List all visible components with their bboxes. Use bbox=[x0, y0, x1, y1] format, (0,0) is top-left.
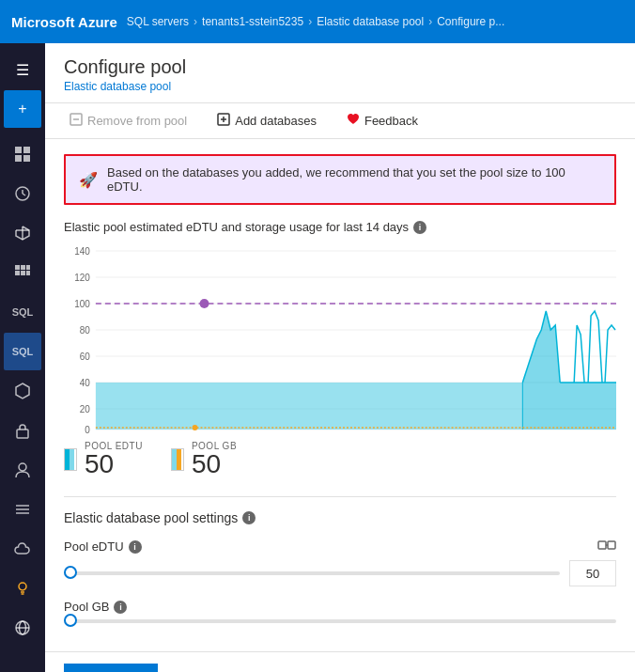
svg-marker-48 bbox=[96, 383, 522, 430]
chart-legend: POOL EDTU 50 POOL GB 50 bbox=[64, 441, 616, 477]
footer-bar: Select bbox=[45, 651, 635, 672]
remove-from-pool-button[interactable]: Remove from pool bbox=[64, 109, 193, 133]
pool-edtu-value[interactable]: 50 bbox=[569, 560, 616, 586]
svg-rect-56 bbox=[598, 541, 606, 549]
pool-edtu-label-text: Pool eDTU bbox=[64, 539, 124, 554]
svg-rect-12 bbox=[15, 271, 20, 275]
feedback-button[interactable]: Feedback bbox=[341, 109, 424, 133]
svg-rect-16 bbox=[17, 430, 28, 438]
toolbar: Remove from pool Add databases Feedback bbox=[45, 103, 635, 139]
pool-gb-slider-row bbox=[64, 619, 616, 623]
sidebar-sql2-icon[interactable]: SQL bbox=[4, 333, 41, 370]
sidebar-grid-icon[interactable] bbox=[4, 254, 41, 291]
add-databases-label: Add databases bbox=[235, 114, 317, 128]
svg-text:120: 120 bbox=[74, 273, 90, 283]
legend-gb-color bbox=[171, 448, 184, 471]
svg-rect-10 bbox=[21, 265, 25, 270]
content-area: 🚀 Based on the databases you added, we r… bbox=[45, 139, 635, 651]
chart-info-icon[interactable]: i bbox=[413, 221, 426, 234]
settings-title: Elastic database pool settings i bbox=[64, 510, 616, 525]
add-databases-button[interactable]: Add databases bbox=[211, 109, 322, 133]
sidebar-box-icon[interactable] bbox=[4, 214, 41, 252]
legend-pool-gb: POOL GB 50 bbox=[171, 441, 237, 477]
sidebar-dashboard-icon[interactable] bbox=[4, 135, 41, 173]
pool-gb-thumb[interactable] bbox=[64, 614, 77, 627]
sidebar-bulb-icon[interactable] bbox=[4, 570, 41, 607]
layout: ☰ + SQL SQL bbox=[0, 43, 635, 672]
breadcrumb-pool[interactable]: Elastic database pool bbox=[317, 15, 424, 28]
breadcrumb-sep-3: › bbox=[428, 15, 432, 28]
sidebar-globe-icon[interactable] bbox=[4, 609, 41, 647]
feedback-label: Feedback bbox=[364, 114, 418, 128]
sidebar-add-icon[interactable]: + bbox=[4, 90, 41, 128]
svg-text:60: 60 bbox=[80, 352, 91, 362]
svg-rect-14 bbox=[26, 271, 30, 275]
breadcrumb-sep-1: › bbox=[194, 15, 197, 28]
brand-name: Microsoft Azure bbox=[11, 14, 117, 30]
main-content: Configure pool Elastic database pool Rem… bbox=[45, 43, 635, 672]
svg-text:100: 100 bbox=[74, 299, 90, 309]
svg-rect-2 bbox=[15, 155, 22, 162]
pool-edtu-track[interactable] bbox=[64, 571, 560, 575]
svg-rect-3 bbox=[23, 155, 30, 162]
chart-container: 140 120 100 80 60 40 20 0 bbox=[64, 245, 616, 433]
select-button[interactable]: Select bbox=[64, 664, 158, 672]
sidebar-hexagon-icon[interactable] bbox=[4, 372, 41, 410]
sidebar-clock-icon[interactable] bbox=[4, 175, 41, 212]
edtu-info-icon[interactable]: i bbox=[129, 540, 142, 554]
remove-icon bbox=[70, 113, 83, 129]
pool-edtu-slider-row: 50 bbox=[64, 560, 616, 586]
svg-line-6 bbox=[23, 194, 25, 195]
chart-title: Elastic pool estimated eDTU and storage … bbox=[64, 220, 616, 234]
recommendation-text: Based on the databases you added, we rec… bbox=[107, 165, 601, 194]
chart-svg: 140 120 100 80 60 40 20 0 bbox=[64, 245, 616, 433]
svg-rect-9 bbox=[15, 265, 20, 270]
page-header: Configure pool Elastic database pool bbox=[45, 43, 635, 103]
link-icon[interactable] bbox=[597, 539, 616, 555]
sidebar-sql-icon[interactable]: SQL bbox=[4, 293, 41, 331]
svg-text:20: 20 bbox=[80, 404, 91, 414]
gb-info-icon[interactable]: i bbox=[114, 601, 127, 614]
legend-gb-info: POOL GB 50 bbox=[192, 441, 237, 477]
sidebar-list-icon[interactable] bbox=[4, 491, 41, 528]
breadcrumb-configure[interactable]: Configure p... bbox=[437, 15, 504, 28]
pool-gb-label: Pool GB i bbox=[64, 600, 616, 614]
svg-rect-1 bbox=[23, 147, 30, 153]
svg-point-53 bbox=[193, 425, 198, 430]
remove-label: Remove from pool bbox=[87, 114, 187, 128]
svg-marker-49 bbox=[522, 311, 616, 430]
sidebar-lock-icon[interactable] bbox=[4, 412, 41, 449]
svg-rect-0 bbox=[15, 147, 22, 153]
pool-edtu-group: Pool eDTU i 50 bbox=[64, 539, 616, 586]
pool-edtu-thumb[interactable] bbox=[64, 566, 77, 579]
legend-gb-value: 50 bbox=[192, 451, 237, 477]
legend-edtu-info: POOL EDTU 50 bbox=[85, 441, 143, 477]
settings-info-icon[interactable]: i bbox=[242, 511, 256, 524]
svg-text:80: 80 bbox=[80, 325, 91, 336]
add-icon bbox=[217, 113, 230, 129]
recommendation-banner: 🚀 Based on the databases you added, we r… bbox=[64, 154, 616, 205]
breadcrumb-sep-2: › bbox=[308, 15, 312, 28]
breadcrumb: SQL servers › tenants1-sstein5235 › Elas… bbox=[127, 15, 504, 28]
pool-edtu-label: Pool eDTU i bbox=[64, 539, 616, 555]
pool-gb-group: Pool GB i bbox=[64, 600, 616, 623]
svg-marker-15 bbox=[16, 383, 29, 399]
svg-text:0: 0 bbox=[85, 425, 90, 433]
sidebar-user-icon[interactable] bbox=[4, 451, 41, 489]
breadcrumb-sql-servers[interactable]: SQL servers bbox=[127, 15, 189, 28]
sidebar-cloud-icon[interactable] bbox=[4, 530, 41, 568]
sidebar: ☰ + SQL SQL bbox=[0, 43, 45, 672]
svg-rect-57 bbox=[608, 541, 615, 549]
pool-gb-track[interactable] bbox=[64, 619, 616, 623]
pool-gb-label-text: Pool GB bbox=[64, 600, 109, 614]
chart-title-text: Elastic pool estimated eDTU and storage … bbox=[64, 220, 409, 234]
rocket-icon: 🚀 bbox=[79, 171, 98, 189]
svg-rect-13 bbox=[21, 271, 25, 275]
svg-point-17 bbox=[19, 463, 26, 471]
svg-text:40: 40 bbox=[80, 378, 91, 388]
sidebar-menu-icon[interactable]: ☰ bbox=[4, 51, 41, 88]
breadcrumb-tenants[interactable]: tenants1-sstein5235 bbox=[202, 15, 303, 28]
svg-text:140: 140 bbox=[74, 246, 90, 257]
legend-edtu-color bbox=[64, 448, 77, 471]
svg-rect-11 bbox=[26, 265, 30, 270]
